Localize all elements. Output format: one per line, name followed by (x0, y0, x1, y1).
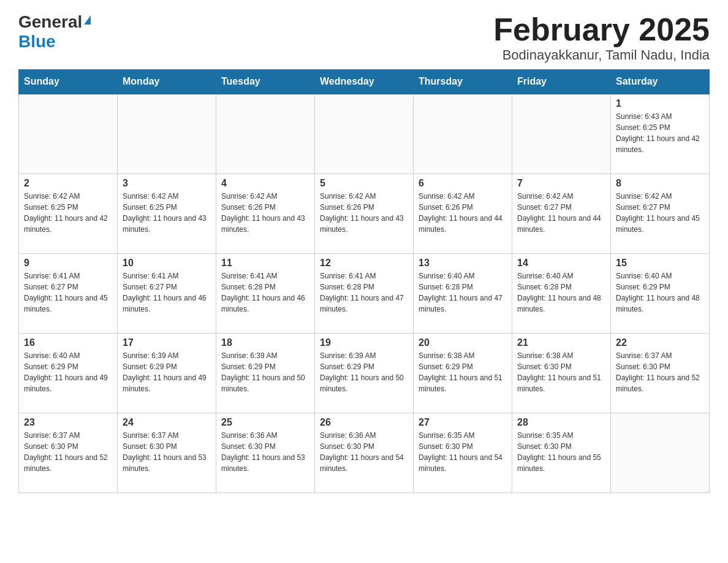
day-info: Sunrise: 6:42 AM Sunset: 6:25 PM Dayligh… (24, 191, 112, 235)
calendar-cell: 5Sunrise: 6:42 AM Sunset: 6:26 PM Daylig… (315, 174, 414, 253)
page-header: General Blue February 2025 Bodinayakkanu… (18, 12, 710, 63)
calendar-week-3: 9Sunrise: 6:41 AM Sunset: 6:27 PM Daylig… (19, 253, 710, 333)
day-header-tuesday: Tuesday (216, 70, 315, 94)
calendar-cell: 13Sunrise: 6:40 AM Sunset: 6:28 PM Dayli… (414, 253, 512, 333)
calendar-cell: 26Sunrise: 6:36 AM Sunset: 6:30 PM Dayli… (315, 413, 414, 492)
calendar-cell: 8Sunrise: 6:42 AM Sunset: 6:27 PM Daylig… (611, 174, 710, 253)
day-info: Sunrise: 6:42 AM Sunset: 6:26 PM Dayligh… (419, 191, 507, 235)
day-number: 10 (123, 258, 211, 269)
calendar-cell (512, 94, 611, 174)
day-header-wednesday: Wednesday (315, 70, 414, 94)
day-info: Sunrise: 6:42 AM Sunset: 6:27 PM Dayligh… (517, 191, 605, 235)
day-number: 7 (517, 178, 605, 189)
calendar-cell (414, 94, 512, 174)
calendar-cell: 22Sunrise: 6:37 AM Sunset: 6:30 PM Dayli… (611, 333, 710, 413)
calendar-cell: 16Sunrise: 6:40 AM Sunset: 6:29 PM Dayli… (19, 333, 118, 413)
day-info: Sunrise: 6:40 AM Sunset: 6:28 PM Dayligh… (517, 270, 605, 315)
day-number: 24 (123, 417, 211, 428)
day-number: 13 (419, 258, 507, 269)
logo-general-text: General (18, 12, 82, 32)
calendar-cell: 24Sunrise: 6:37 AM Sunset: 6:30 PM Dayli… (118, 413, 216, 492)
calendar-header: SundayMondayTuesdayWednesdayThursdayFrid… (19, 70, 710, 94)
title-block: February 2025 Bodinayakkanur, Tamil Nadu… (493, 12, 710, 63)
day-info: Sunrise: 6:39 AM Sunset: 6:29 PM Dayligh… (123, 350, 211, 394)
calendar-cell: 3Sunrise: 6:42 AM Sunset: 6:25 PM Daylig… (118, 174, 216, 253)
day-number: 27 (419, 417, 507, 428)
calendar-cell: 14Sunrise: 6:40 AM Sunset: 6:28 PM Dayli… (512, 253, 611, 333)
calendar-week-4: 16Sunrise: 6:40 AM Sunset: 6:29 PM Dayli… (19, 333, 710, 413)
day-number: 19 (320, 337, 408, 348)
day-info: Sunrise: 6:43 AM Sunset: 6:25 PM Dayligh… (616, 111, 704, 155)
day-number: 22 (616, 337, 704, 348)
day-info: Sunrise: 6:41 AM Sunset: 6:28 PM Dayligh… (320, 270, 408, 315)
day-number: 2 (24, 178, 112, 189)
calendar-cell: 1Sunrise: 6:43 AM Sunset: 6:25 PM Daylig… (611, 94, 710, 174)
logo-blue-text: Blue (18, 32, 56, 51)
day-info: Sunrise: 6:41 AM Sunset: 6:27 PM Dayligh… (24, 270, 112, 315)
day-header-thursday: Thursday (414, 70, 512, 94)
day-number: 17 (123, 337, 211, 348)
day-header-friday: Friday (512, 70, 611, 94)
calendar-cell: 15Sunrise: 6:40 AM Sunset: 6:29 PM Dayli… (611, 253, 710, 333)
calendar-cell: 12Sunrise: 6:41 AM Sunset: 6:28 PM Dayli… (315, 253, 414, 333)
day-number: 15 (616, 258, 704, 269)
day-number: 5 (320, 178, 408, 189)
day-number: 28 (517, 417, 605, 428)
calendar-cell: 28Sunrise: 6:35 AM Sunset: 6:30 PM Dayli… (512, 413, 611, 492)
calendar-cell: 20Sunrise: 6:38 AM Sunset: 6:29 PM Dayli… (414, 333, 512, 413)
day-info: Sunrise: 6:42 AM Sunset: 6:26 PM Dayligh… (320, 191, 408, 235)
calendar-table: SundayMondayTuesdayWednesdayThursdayFrid… (18, 69, 710, 493)
day-info: Sunrise: 6:39 AM Sunset: 6:29 PM Dayligh… (221, 350, 309, 394)
day-number: 26 (320, 417, 408, 428)
day-number: 8 (616, 178, 704, 189)
calendar-cell (315, 94, 414, 174)
logo: General Blue (18, 12, 91, 52)
calendar-cell (611, 413, 710, 492)
day-info: Sunrise: 6:35 AM Sunset: 6:30 PM Dayligh… (517, 430, 605, 474)
calendar-cell (118, 94, 216, 174)
day-info: Sunrise: 6:37 AM Sunset: 6:30 PM Dayligh… (616, 350, 704, 394)
day-info: Sunrise: 6:42 AM Sunset: 6:26 PM Dayligh… (221, 191, 309, 235)
day-info: Sunrise: 6:38 AM Sunset: 6:29 PM Dayligh… (419, 350, 507, 394)
day-number: 6 (419, 178, 507, 189)
day-number: 14 (517, 258, 605, 269)
day-number: 16 (24, 337, 112, 348)
day-info: Sunrise: 6:36 AM Sunset: 6:30 PM Dayligh… (320, 430, 408, 474)
day-number: 1 (616, 98, 704, 109)
calendar-week-5: 23Sunrise: 6:37 AM Sunset: 6:30 PM Dayli… (19, 413, 710, 492)
logo-arrow-icon (84, 15, 91, 25)
calendar-cell: 18Sunrise: 6:39 AM Sunset: 6:29 PM Dayli… (216, 333, 315, 413)
calendar-week-2: 2Sunrise: 6:42 AM Sunset: 6:25 PM Daylig… (19, 174, 710, 253)
day-header-saturday: Saturday (611, 70, 710, 94)
day-info: Sunrise: 6:37 AM Sunset: 6:30 PM Dayligh… (123, 430, 211, 474)
day-info: Sunrise: 6:39 AM Sunset: 6:29 PM Dayligh… (320, 350, 408, 394)
day-info: Sunrise: 6:37 AM Sunset: 6:30 PM Dayligh… (24, 430, 112, 474)
calendar-week-1: 1Sunrise: 6:43 AM Sunset: 6:25 PM Daylig… (19, 94, 710, 174)
day-number: 4 (221, 178, 309, 189)
day-number: 21 (517, 337, 605, 348)
day-header-sunday: Sunday (19, 70, 118, 94)
day-info: Sunrise: 6:40 AM Sunset: 6:28 PM Dayligh… (419, 270, 507, 315)
calendar-cell: 23Sunrise: 6:37 AM Sunset: 6:30 PM Dayli… (19, 413, 118, 492)
day-info: Sunrise: 6:35 AM Sunset: 6:30 PM Dayligh… (419, 430, 507, 474)
calendar-cell: 25Sunrise: 6:36 AM Sunset: 6:30 PM Dayli… (216, 413, 315, 492)
day-info: Sunrise: 6:40 AM Sunset: 6:29 PM Dayligh… (616, 270, 704, 315)
day-info: Sunrise: 6:41 AM Sunset: 6:28 PM Dayligh… (221, 270, 309, 315)
day-header-monday: Monday (118, 70, 216, 94)
day-info: Sunrise: 6:36 AM Sunset: 6:30 PM Dayligh… (221, 430, 309, 474)
calendar-body: 1Sunrise: 6:43 AM Sunset: 6:25 PM Daylig… (19, 94, 710, 492)
calendar-cell: 10Sunrise: 6:41 AM Sunset: 6:27 PM Dayli… (118, 253, 216, 333)
page-subtitle: Bodinayakkanur, Tamil Nadu, India (493, 47, 710, 63)
calendar-cell: 2Sunrise: 6:42 AM Sunset: 6:25 PM Daylig… (19, 174, 118, 253)
day-number: 20 (419, 337, 507, 348)
calendar-cell: 27Sunrise: 6:35 AM Sunset: 6:30 PM Dayli… (414, 413, 512, 492)
calendar-cell: 17Sunrise: 6:39 AM Sunset: 6:29 PM Dayli… (118, 333, 216, 413)
day-info: Sunrise: 6:40 AM Sunset: 6:29 PM Dayligh… (24, 350, 112, 394)
day-number: 11 (221, 258, 309, 269)
day-number: 3 (123, 178, 211, 189)
calendar-cell: 9Sunrise: 6:41 AM Sunset: 6:27 PM Daylig… (19, 253, 118, 333)
day-number: 25 (221, 417, 309, 428)
calendar-cell: 11Sunrise: 6:41 AM Sunset: 6:28 PM Dayli… (216, 253, 315, 333)
calendar-cell: 6Sunrise: 6:42 AM Sunset: 6:26 PM Daylig… (414, 174, 512, 253)
calendar-cell: 7Sunrise: 6:42 AM Sunset: 6:27 PM Daylig… (512, 174, 611, 253)
